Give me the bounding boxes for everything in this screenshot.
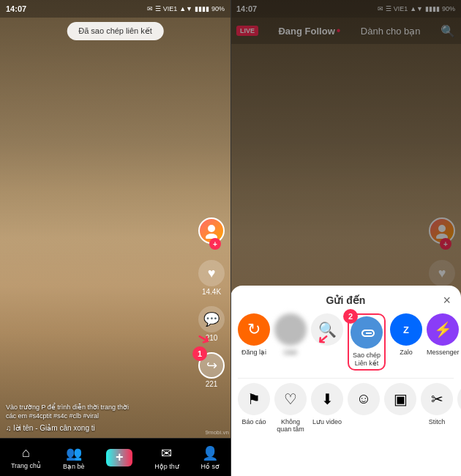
repost-icon: ↻	[238, 313, 270, 346]
nav-inbox[interactable]: ✉ Hộp thư	[154, 445, 179, 470]
avatar-action: +	[198, 217, 225, 250]
sheet-item-zalo[interactable]: Z Zalo	[390, 313, 422, 357]
emoji-icon: ☺	[348, 383, 380, 415]
copylink-label: Sao chépLiên kết	[353, 352, 381, 368]
bottom-sheet: Gửi đến × ↻ Đăng lại User 🔍	[230, 286, 461, 476]
zalo-icon: Z	[390, 313, 422, 346]
profile-icon: 👤	[202, 445, 218, 461]
stitch-icon: ✂	[421, 383, 453, 415]
right-actions: + ♥ 14.4K 💬 210 ↪ 221 1	[198, 217, 225, 388]
like-icon: ♥	[198, 260, 225, 286]
sheet-divider	[238, 378, 454, 379]
follow-plus-badge[interactable]: +	[209, 238, 221, 250]
step-badge-2: 2	[343, 309, 358, 324]
savevideo-label: Lưu video	[312, 418, 342, 426]
nav-profile-label: Hồ sơ	[201, 463, 220, 470]
repost-label: Đăng lại	[241, 349, 266, 357]
friends-icon: 👥	[66, 445, 82, 461]
sheet-item-stitch[interactable]: ✂ Stitch	[421, 383, 453, 426]
stitch-label: Stitch	[429, 418, 446, 426]
watermark-left: 9mobi.vn	[206, 429, 229, 436]
contact1-icon	[274, 313, 307, 346]
messenger-icon: ⚡	[427, 313, 459, 346]
sheet-item-messenger[interactable]: ⚡ Messenger	[427, 313, 460, 357]
share-action[interactable]: ↪ 221 1	[198, 352, 225, 388]
nav-profile[interactable]: 👤 Hồ sơ	[201, 445, 220, 470]
screen-divider	[230, 0, 231, 476]
inbox-icon: ✉	[161, 445, 172, 461]
sheet-item-repost[interactable]: ↻ Đăng lại	[238, 313, 270, 357]
nav-home[interactable]: ⌂ Trang chủ	[11, 445, 41, 469]
sheet-item-notinterested[interactable]: ♡ Không quan tâm	[274, 383, 307, 434]
sheet-close-button[interactable]: ×	[443, 293, 451, 308]
notinterested-label: Không quan tâm	[274, 418, 307, 434]
zalo-label: Zalo	[400, 349, 413, 357]
sheet-item-duet[interactable]: ▣	[384, 383, 416, 418]
music-info: ♫ lời tên - Giảm cân xong ti	[6, 424, 190, 432]
nav-home-label: Trang chủ	[11, 462, 41, 469]
home-icon: ⌂	[22, 445, 30, 461]
sheet-item-report[interactable]: ⚑ Báo cáo	[238, 383, 270, 426]
copy-toast: Đã sao chép liên kết	[67, 22, 164, 40]
savevideo-icon: ⬇	[311, 383, 343, 415]
messenger-label: Messenger	[427, 349, 460, 357]
right-phone-screen: 14:07 ✉ ☰ VIE1 ▲▼ ▮▮▮▮ 90% LIVE Đang Fol…	[230, 0, 461, 476]
duet-icon: ▣	[384, 383, 416, 415]
nav-friends[interactable]: 👥 Bạn bè	[63, 445, 85, 470]
bottom-nav-left: ⌂ Trang chủ 👥 Bạn bè + ✉ Hộp thư 👤 Hồ sơ	[0, 438, 230, 476]
status-icons-left: ✉ ☰ VIE1 ▲▼ ▮▮▮▮ 90%	[147, 5, 225, 12]
report-icon: ⚑	[238, 383, 270, 415]
svg-point-0	[208, 225, 215, 232]
left-phone-screen: 14:07 ✉ ☰ VIE1 ▲▼ ▮▮▮▮ 90% Đã sao chép l…	[0, 0, 230, 476]
sheet-item-emoji[interactable]: ☺	[348, 383, 380, 418]
sheet-item-contact1[interactable]: User	[274, 313, 307, 357]
create-plus-icon: +	[106, 449, 132, 466]
report-label: Báo cáo	[241, 418, 266, 426]
status-bar-left: 14:07 ✉ ☰ VIE1 ▲▼ ▮▮▮▮ 90%	[0, 0, 230, 18]
notinterested-icon: ♡	[274, 383, 307, 415]
video-info: Vào trường P để trình diễn thời trang th…	[6, 403, 190, 432]
more-icon: T	[457, 383, 461, 415]
like-count: 14.4K	[202, 288, 221, 296]
nav-inbox-label: Hộp thư	[154, 463, 179, 470]
nav-friends-label: Bạn bè	[63, 463, 85, 470]
nav-create[interactable]: +	[106, 449, 132, 466]
time-left: 14:07	[6, 4, 26, 13]
sheet-row-2: ⚑ Báo cáo ♡ Không quan tâm ⬇ Lưu video ☺…	[230, 383, 461, 434]
sheet-row-1: ↻ Đăng lại User 🔍 Sao chépLiên kết 2	[230, 313, 461, 371]
video-caption: Vào trường P để trình diễn thời trang th…	[6, 403, 190, 421]
contact1-label: User	[283, 349, 297, 357]
sheet-item-more[interactable]: T Th	[457, 383, 461, 426]
sheet-title: Gửi đến	[230, 294, 461, 306]
like-action[interactable]: ♥ 14.4K	[198, 260, 225, 296]
sheet-item-copylink[interactable]: Sao chépLiên kết 2	[348, 313, 386, 371]
share-count: 221	[206, 380, 218, 388]
sheet-item-savevideo[interactable]: ⬇ Lưu video	[311, 383, 343, 426]
